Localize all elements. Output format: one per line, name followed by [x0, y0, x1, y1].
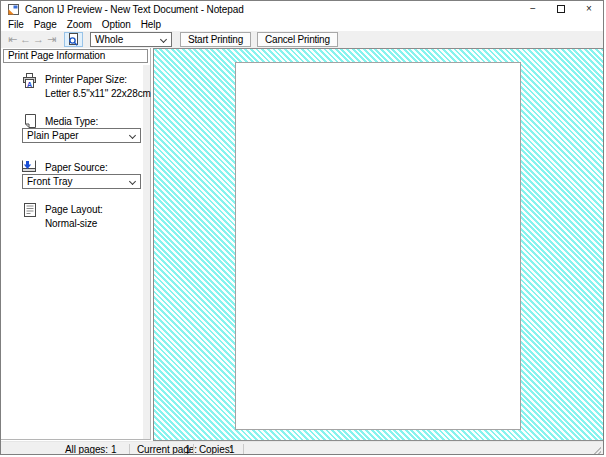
paper-source-label: Paper Source:: [45, 162, 108, 173]
menubar: File Page Zoom Option Help: [1, 17, 603, 31]
page-layout-label: Page Layout:: [45, 204, 103, 215]
start-printing-button[interactable]: Start Printing: [180, 32, 251, 47]
chevron-down-icon: [129, 132, 136, 139]
statusbar-divider: [243, 444, 244, 455]
next-page-button[interactable]: →: [32, 32, 45, 47]
media-type-icon: [24, 114, 37, 128]
window-controls: − ×: [519, 1, 603, 16]
maximize-icon: [557, 5, 565, 13]
maximize-button[interactable]: [547, 1, 575, 16]
page-layout-icon: [24, 203, 36, 217]
current-page-value: 1: [185, 444, 190, 455]
copies-label: Copies:: [199, 444, 232, 455]
app-icon: [8, 4, 19, 15]
menu-item-file[interactable]: File: [3, 19, 29, 30]
whole-view-toggle-button[interactable]: [64, 32, 83, 47]
resize-grip[interactable]: [591, 444, 601, 454]
chevron-down-icon: [129, 178, 136, 185]
printer-paper-size-value: Letter 8.5"x11" 22x28cm: [45, 88, 151, 99]
toolbar: ⇤ ← → ⇥ Whole Start Printing Cancel Prin…: [1, 31, 603, 48]
canon-ij-preview-window: Canon IJ Preview - New Text Document - N…: [0, 0, 604, 455]
paper-source-value: Front Tray: [27, 176, 73, 187]
media-type-value: Plain Paper: [27, 130, 79, 141]
svg-text:A: A: [27, 81, 32, 88]
first-page-button[interactable]: ⇤: [6, 32, 19, 47]
last-page-button[interactable]: ⇥: [45, 32, 58, 47]
all-pages-value: 1: [111, 444, 116, 455]
panel-header: Print Page Information: [3, 49, 148, 63]
paper-source-icon: [21, 159, 37, 174]
statusbar-divider: [129, 444, 130, 455]
copies-value: 1: [229, 444, 234, 455]
close-icon: ×: [586, 3, 592, 14]
cancel-printing-button[interactable]: Cancel Printing: [257, 32, 338, 47]
preview-area: [153, 48, 604, 441]
sidebar-scrollbar-track: [143, 65, 150, 439]
minimize-button[interactable]: −: [519, 1, 547, 16]
titlebar: Canon IJ Preview - New Text Document - N…: [1, 1, 603, 17]
media-type-select[interactable]: Plain Paper: [22, 128, 141, 143]
menu-item-help[interactable]: Help: [136, 19, 166, 30]
statusbar: All pages: 1 Current page: 1 Copies: 1: [1, 441, 603, 455]
zoom-mode-select[interactable]: Whole: [90, 32, 172, 47]
paper-source-select[interactable]: Front Tray: [22, 174, 141, 189]
window-title: Canon IJ Preview - New Text Document - N…: [25, 4, 244, 15]
close-button[interactable]: ×: [575, 1, 603, 16]
printer-icon: A: [22, 73, 37, 88]
media-type-label: Media Type:: [45, 116, 98, 127]
previous-page-button[interactable]: ←: [19, 32, 32, 47]
menu-item-page[interactable]: Page: [29, 19, 62, 30]
print-page-information-panel: Print Page Information A Printer Paper S…: [1, 48, 151, 440]
all-pages-label: All pages:: [65, 444, 108, 455]
menu-item-option[interactable]: Option: [97, 19, 136, 30]
statusbar-divider: [193, 444, 194, 455]
zoom-mode-value: Whole: [95, 34, 123, 45]
menu-item-zoom[interactable]: Zoom: [62, 19, 97, 30]
minimize-icon: −: [530, 3, 536, 14]
chevron-down-icon: [160, 36, 167, 43]
printer-paper-size-label: Printer Paper Size:: [45, 74, 127, 85]
page-preview-canvas: [235, 62, 521, 430]
page-layout-value: Normal-size: [45, 218, 97, 229]
page-magnifier-icon: [67, 33, 80, 46]
